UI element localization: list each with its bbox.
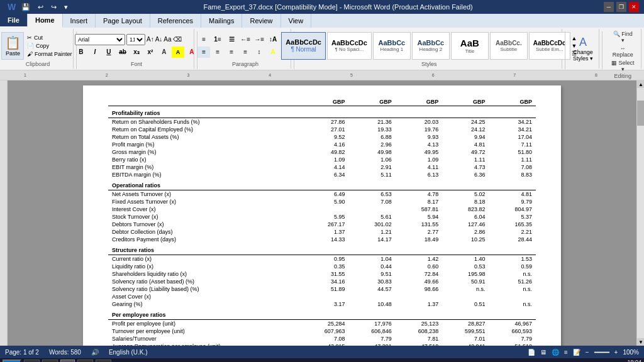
row-label: Turnover per employee (unit) xyxy=(108,327,302,335)
table-row: Solvency ratio (Asset based) (%)34.1630.… xyxy=(108,278,536,285)
clear-format-btn[interactable]: ⌫ xyxy=(173,36,182,43)
row-value-2: 49.95 xyxy=(396,148,442,156)
style-normal[interactable]: AaBbCcDc ¶ Normal xyxy=(281,32,326,60)
row-value-0: 9.52 xyxy=(302,133,348,141)
tab-review[interactable]: Review xyxy=(242,14,280,28)
minimize-btn[interactable]: ─ xyxy=(604,2,614,12)
style-subtle-em-label: Subtle Em... xyxy=(536,47,564,52)
shading-btn[interactable]: A xyxy=(267,47,279,58)
increase-indent-btn[interactable]: →≡ xyxy=(253,34,265,45)
customize-quick-btn[interactable]: ▾ xyxy=(62,3,70,12)
redo-quick-btn[interactable]: ↪ xyxy=(49,3,58,12)
change-case-btn[interactable]: Aa xyxy=(164,36,171,43)
view-fullscreen-btn[interactable]: 🖥 xyxy=(540,349,547,356)
save-quick-btn[interactable]: 💾 xyxy=(19,3,32,12)
scroll-thumb[interactable] xyxy=(637,101,644,126)
decrease-indent-btn[interactable]: ←≡ xyxy=(239,34,252,45)
grow-font-btn[interactable]: A↑ xyxy=(147,36,154,43)
financial-table: GBP GBP GBP GBP GBP Profitability ratios… xyxy=(108,98,536,346)
document-page: GBP GBP GBP GBP GBP Profitability ratios… xyxy=(83,85,561,346)
row-value-3: 10.25 xyxy=(442,236,489,243)
row-value-2: 18.49 xyxy=(396,236,442,243)
taskbar-chrome[interactable]: 🌐 xyxy=(77,359,93,362)
scroll-up-btn[interactable]: ▲ xyxy=(637,80,644,88)
zoom-out-btn[interactable]: − xyxy=(586,349,589,356)
table-row: Return on Shareholders Funds (%)27.8621.… xyxy=(108,118,536,126)
view-web-btn[interactable]: 🌐 xyxy=(552,349,559,356)
paste-button[interactable]: 📋 Paste xyxy=(1,32,24,60)
zoom-slider[interactable]: ━━━━ xyxy=(594,349,609,356)
style-no-spacing-label: ¶ No Spaci... xyxy=(335,47,364,52)
italic-btn[interactable]: I xyxy=(89,47,101,58)
table-row: Interest Cover (x)587.81823.82804.97 xyxy=(108,206,536,213)
sort-btn[interactable]: ↕A xyxy=(267,34,279,45)
replace-btn[interactable]: ↔ Replace xyxy=(608,45,637,58)
row-value-0: 27.01 xyxy=(302,126,348,133)
tab-home[interactable]: Home xyxy=(28,14,63,28)
tab-mailings[interactable]: Mailings xyxy=(201,14,242,28)
status-bar: Page: 1 of 2 Words: 580 🔊 English (U.K.)… xyxy=(0,346,644,358)
undo-quick-btn[interactable]: ↩ xyxy=(36,3,45,12)
font-color-btn[interactable]: A xyxy=(186,47,198,58)
font-name-select[interactable]: Arial xyxy=(75,34,125,45)
style-heading2[interactable]: AaBbCc Heading 2 xyxy=(412,32,450,60)
multilevel-btn[interactable]: ☰ xyxy=(225,34,238,45)
restore-btn[interactable]: ❐ xyxy=(616,2,626,12)
start-button[interactable]: ⊞ xyxy=(3,359,21,362)
tab-file[interactable]: File xyxy=(0,14,28,28)
window-controls: ─ ❐ ✕ xyxy=(604,2,639,12)
ruler-marks: 1 2 3 4 5 6 7 8 9 10 11 12 13 14 15 16 1… xyxy=(24,73,644,77)
copy-button[interactable]: 📄 Copy xyxy=(25,42,74,50)
tab-view[interactable]: View xyxy=(281,14,312,28)
format-painter-button[interactable]: 🖌 Format Painter xyxy=(25,50,74,58)
taskbar-file-explorer[interactable]: 📁 xyxy=(42,359,58,362)
select-btn[interactable]: ▦ Select ▾ xyxy=(608,59,637,73)
scroll-track[interactable] xyxy=(637,88,644,338)
taskbar-search[interactable]: 🔍 xyxy=(24,359,40,362)
font-size-select[interactable]: 11 xyxy=(126,34,145,45)
subscript-btn[interactable]: x₂ xyxy=(130,47,143,58)
bold-btn[interactable]: B xyxy=(75,47,87,58)
shrink-font-btn[interactable]: A↓ xyxy=(155,36,163,43)
line-spacing-btn[interactable]: ↕ xyxy=(253,47,265,58)
close-btn[interactable]: ✕ xyxy=(629,2,639,12)
tab-references[interactable]: References xyxy=(150,14,201,28)
taskbar-email[interactable]: 📧 xyxy=(96,359,111,362)
text-effect-btn[interactable]: A xyxy=(158,47,170,58)
row-value-1: 44.57 xyxy=(348,285,395,293)
style-no-spacing[interactable]: AaBbCcDc ¶ No Spaci... xyxy=(327,32,372,60)
tab-insert[interactable]: Insert xyxy=(63,14,96,28)
doc-scroll-area[interactable]: GBP GBP GBP GBP GBP Profitability ratios… xyxy=(8,80,636,346)
bullets-btn[interactable]: ≡ xyxy=(197,34,210,45)
row-value-2: 8.17 xyxy=(396,198,442,206)
highlight-btn[interactable]: A xyxy=(172,47,184,58)
row-value-0: 4.16 xyxy=(302,141,348,148)
change-styles-btn[interactable]: ChangeStyles ▾ xyxy=(573,49,593,62)
view-draft-btn[interactable]: 📝 xyxy=(573,349,580,356)
view-print-btn[interactable]: 📄 xyxy=(528,349,535,356)
superscript-btn[interactable]: x² xyxy=(144,47,157,58)
zoom-in-btn[interactable]: + xyxy=(614,349,618,356)
vertical-scrollbar[interactable]: ▲ ▼ xyxy=(636,80,644,346)
taskbar-word[interactable]: W xyxy=(60,359,75,362)
style-heading1[interactable]: AaBbCc Heading 1 xyxy=(373,32,411,60)
underline-btn[interactable]: U xyxy=(103,47,115,58)
align-left-btn[interactable]: ≡ xyxy=(197,47,210,58)
row-value-3: 42,041 xyxy=(442,343,489,346)
scroll-down-btn[interactable]: ▼ xyxy=(637,338,644,346)
col-gbp-5: GBP xyxy=(489,98,536,106)
justify-btn[interactable]: ≡ xyxy=(239,47,252,58)
style-subtitle[interactable]: AaBbCc. Subtitle xyxy=(490,32,528,60)
numbering-btn[interactable]: 1≡ xyxy=(211,34,224,45)
view-outline-btn[interactable]: ≡ xyxy=(564,349,568,356)
tab-page-layout[interactable]: Page Layout xyxy=(96,14,150,28)
col-label-header xyxy=(108,98,302,106)
find-btn[interactable]: 🔍 Find ▾ xyxy=(608,30,637,44)
align-right-btn[interactable]: ≡ xyxy=(225,47,238,58)
row-label: EBITDA margin (%) xyxy=(108,171,302,178)
table-row: Asset Cover (x) xyxy=(108,293,536,300)
align-center-btn[interactable]: ≡ xyxy=(211,47,224,58)
cut-button[interactable]: ✂ Cut xyxy=(25,34,74,41)
strikethrough-btn[interactable]: ab xyxy=(116,47,129,58)
style-title[interactable]: AaB Title xyxy=(451,32,489,60)
